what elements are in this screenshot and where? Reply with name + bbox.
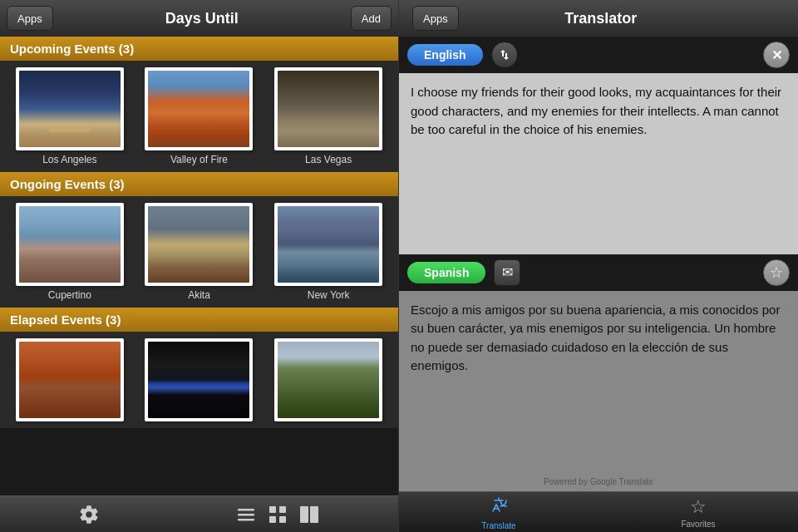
photo-frame-elapsed-3	[274, 338, 382, 421]
swap-icon	[497, 47, 512, 62]
svg-rect-2	[238, 519, 254, 521]
photo-label-cupertino: Cupertino	[48, 289, 91, 301]
list-item[interactable]: Cupertino	[12, 203, 128, 301]
list-view-button[interactable]	[231, 500, 261, 530]
source-language-pill[interactable]: English	[407, 44, 483, 66]
photo-los-angeles	[19, 71, 121, 147]
photo-label-akita: Akita	[188, 289, 210, 301]
translated-text: Escojo a mis amigos por su buena aparien…	[411, 301, 786, 376]
target-language-pill[interactable]: Spanish	[407, 262, 485, 283]
list-icon	[234, 503, 258, 526]
favorites-icon: ☆	[690, 496, 707, 518]
list-item[interactable]	[12, 338, 128, 421]
detail-view-button[interactable]	[294, 500, 324, 530]
left-nav-title: Days Until	[165, 10, 239, 27]
svg-rect-8	[310, 506, 318, 523]
swap-languages-button[interactable]	[491, 42, 518, 68]
list-item[interactable]: Valley of Fire	[140, 67, 257, 165]
svg-rect-0	[238, 509, 254, 511]
list-item[interactable]	[140, 338, 257, 421]
elapsed-header: Elapsed Events (3)	[0, 308, 398, 332]
svg-rect-3	[269, 506, 276, 513]
list-item[interactable]: Los Angeles	[12, 67, 128, 165]
svg-rect-1	[238, 514, 254, 516]
photo-cupertino	[19, 206, 121, 283]
right-nav-wrapper: Apps Translator	[406, 6, 791, 31]
photo-frame-elapsed-1	[16, 338, 124, 421]
photo-new-york	[278, 206, 379, 283]
settings-button[interactable]	[74, 500, 104, 530]
photo-las-vegas	[278, 71, 379, 147]
list-item[interactable]	[270, 338, 387, 421]
list-item[interactable]: Akita	[140, 203, 257, 301]
powered-by-bar: Powered by Google Translate	[399, 471, 798, 491]
photo-label-new-york: New York	[308, 289, 350, 301]
photo-elapsed-3	[278, 342, 379, 418]
photo-label-valley-of-fire: Valley of Fire	[170, 154, 228, 165]
ongoing-grid: Cupertino Akita New York	[0, 196, 398, 308]
photo-frame-elapsed-2	[145, 338, 253, 421]
favorites-tab-label: Favorites	[681, 520, 715, 529]
photo-frame-las-vegas	[274, 67, 382, 150]
right-apps-button[interactable]: Apps	[412, 6, 459, 31]
ongoing-header: Ongoing Events (3)	[0, 172, 398, 196]
elapsed-grid	[0, 332, 398, 428]
clear-button[interactable]: ✕	[763, 42, 790, 68]
powered-by-text: Powered by Google Translate	[544, 477, 653, 486]
source-text-area[interactable]: I choose my friends for their good looks…	[399, 73, 798, 254]
tab-favorites[interactable]: ☆ Favorites	[598, 492, 798, 532]
photo-valley-of-fire	[148, 71, 249, 147]
target-lang-bar: Spanish ✉ ☆	[399, 254, 798, 291]
photo-frame-akita	[145, 203, 253, 286]
list-item[interactable]: New York	[270, 203, 387, 301]
list-item[interactable]: Las Vegas	[270, 67, 387, 165]
photo-elapsed-1	[19, 342, 121, 418]
right-tab-bar: Translate ☆ Favorites	[399, 491, 798, 532]
left-content-area: Upcoming Events (3) Los Angeles Valley o…	[0, 37, 398, 495]
right-panel: Apps Translator English ✕ I choose my fr…	[399, 0, 798, 532]
source-text: I choose my friends for their good looks…	[411, 83, 786, 140]
favorite-button[interactable]: ☆	[763, 259, 790, 286]
upcoming-header: Upcoming Events (3)	[0, 37, 398, 61]
tab-translate[interactable]: Translate	[399, 492, 598, 532]
left-panel: Apps Days Until Add Upcoming Events (3) …	[0, 0, 399, 532]
view-toggle-group	[231, 500, 324, 530]
grid-view-button[interactable]	[263, 500, 293, 530]
left-bottom-toolbar	[0, 495, 398, 532]
svg-rect-6	[279, 516, 286, 523]
upcoming-grid: Los Angeles Valley of Fire Las Vegas	[0, 61, 398, 172]
photo-label-las-vegas: Las Vegas	[305, 154, 352, 165]
target-text-area: Escojo a mis amigos por su buena aparien…	[399, 291, 798, 472]
translate-icon	[489, 495, 509, 520]
grid-icon	[266, 503, 289, 526]
translate-svg-icon	[489, 495, 509, 515]
photo-elapsed-2	[148, 342, 249, 418]
svg-rect-5	[269, 516, 276, 523]
photo-frame-valley-of-fire	[145, 67, 253, 150]
left-apps-button[interactable]: Apps	[7, 6, 53, 31]
photo-frame-cupertino	[16, 203, 124, 286]
svg-rect-4	[279, 506, 286, 513]
svg-rect-7	[300, 506, 308, 523]
photo-akita	[148, 206, 249, 283]
right-nav-bar: Apps Translator	[399, 0, 798, 37]
photo-frame-new-york	[274, 203, 382, 286]
source-lang-bar: English ✕	[399, 37, 798, 73]
left-nav-bar: Apps Days Until Add	[0, 0, 398, 37]
add-button[interactable]: Add	[351, 6, 392, 31]
photo-frame-los-angeles	[16, 67, 124, 150]
gear-icon	[78, 504, 100, 525]
right-nav-title: Translator	[564, 10, 637, 27]
photo-label-los-angeles: Los Angeles	[42, 154, 96, 165]
detail-icon	[298, 503, 321, 526]
share-email-button[interactable]: ✉	[494, 259, 520, 286]
translate-tab-label: Translate	[481, 521, 515, 530]
